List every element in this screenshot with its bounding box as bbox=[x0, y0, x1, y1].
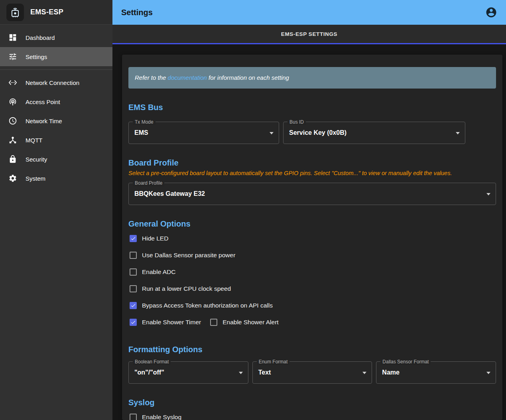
sidebar-item-settings[interactable]: Settings bbox=[0, 47, 112, 66]
app-logo bbox=[6, 4, 24, 21]
sidebar-item-network-connection[interactable]: Network Connection bbox=[0, 73, 112, 92]
sidebar-item-dashboard[interactable]: Dashboard bbox=[0, 28, 112, 47]
checkbox-row-enable-adc[interactable]: Enable ADC bbox=[128, 264, 496, 280]
dropdown-arrow-icon bbox=[456, 132, 460, 134]
boolean-format-label: Boolean Format bbox=[133, 359, 171, 365]
checkbox-shower-alert[interactable] bbox=[210, 319, 217, 326]
tab-bar: EMS-ESP SETTINGS bbox=[112, 25, 506, 44]
info-banner: Refer to the documentation for informati… bbox=[128, 67, 496, 89]
sidebar-header: EMS-ESP bbox=[0, 0, 112, 25]
sidebar-item-network-time[interactable]: Network Time bbox=[0, 111, 112, 130]
sidebar-item-label: Network Connection bbox=[26, 79, 79, 86]
sidebar-item-access-point[interactable]: Access Point bbox=[0, 92, 112, 111]
sidebar-item-label: Network Time bbox=[26, 118, 62, 124]
sidebar-item-security[interactable]: Security bbox=[0, 150, 112, 169]
checkbox-enable-syslog[interactable] bbox=[130, 414, 137, 420]
ems-bus-row: Tx Mode EMS Bus ID Service Key (0x0B) bbox=[128, 122, 496, 144]
checkbox-row-shower-alert[interactable]: Enable Shower Alert bbox=[209, 314, 278, 331]
tx-mode-label: Tx Mode bbox=[133, 119, 156, 125]
dallas-sensor-format-select[interactable]: Dallas Sensor Format Name bbox=[376, 361, 496, 384]
check-icon bbox=[130, 235, 136, 242]
checkbox-row-hide-led[interactable]: Hide LED bbox=[128, 230, 496, 247]
checkbox-row-dallas-parasite[interactable]: Use Dallas Sensor parasite power bbox=[128, 247, 496, 264]
formatting-options-row: Boolean Format "on"/"off" Enum Format Te… bbox=[128, 361, 496, 384]
general-options-checkboxes: Hide LED Use Dallas Sensor parasite powe… bbox=[128, 230, 496, 331]
app-title: EMS-ESP bbox=[30, 8, 63, 16]
page-title: Settings bbox=[121, 8, 485, 17]
checkbox-enable-adc[interactable] bbox=[130, 268, 137, 276]
documentation-link[interactable]: documentation bbox=[168, 74, 207, 81]
sidebar-item-label: System bbox=[26, 175, 45, 182]
enum-format-value: Text bbox=[253, 362, 372, 383]
checkbox-label: Use Dallas Sensor parasite power bbox=[142, 252, 235, 259]
sidebar-item-label: Dashboard bbox=[26, 34, 55, 41]
account-button[interactable] bbox=[485, 6, 497, 18]
board-profile-note: Select a pre-configured board layout to … bbox=[128, 170, 496, 176]
app-root: EMS-ESP Dashboard Settings Networ bbox=[0, 0, 506, 420]
check-icon bbox=[130, 302, 136, 309]
app-bar: Settings bbox=[112, 0, 506, 25]
section-title-formatting-options: Formatting Options bbox=[128, 345, 496, 354]
sidebar-divider bbox=[0, 69, 112, 70]
checkbox-label: Hide LED bbox=[142, 235, 168, 242]
account-circle-icon bbox=[485, 6, 497, 18]
checkbox-label: Enable Syslog bbox=[142, 414, 181, 420]
checkbox-row-lower-cpu-speed[interactable]: Run at a lower CPU clock speed bbox=[128, 280, 496, 297]
sidebar-item-mqtt[interactable]: MQTT bbox=[0, 130, 112, 150]
bus-id-value: Service Key (0x0B) bbox=[284, 122, 465, 144]
dropdown-arrow-icon bbox=[362, 372, 366, 374]
checkbox-bypass-token[interactable] bbox=[130, 302, 137, 309]
checkbox-dallas-parasite[interactable] bbox=[130, 252, 137, 259]
dallas-sensor-format-value: Name bbox=[376, 362, 496, 383]
tx-mode-select[interactable]: Tx Mode EMS bbox=[128, 122, 279, 144]
tab-ems-esp-settings[interactable]: EMS-ESP SETTINGS bbox=[112, 25, 506, 43]
checkbox-label: Enable Shower Alert bbox=[222, 319, 278, 326]
enum-format-select[interactable]: Enum Format Text bbox=[252, 361, 372, 384]
checkbox-row-bypass-token[interactable]: Bypass Access Token authorization on API… bbox=[128, 297, 496, 314]
checkbox-label: Bypass Access Token authorization on API… bbox=[142, 302, 273, 309]
checkbox-label: Run at a lower CPU clock speed bbox=[142, 285, 231, 292]
section-title-syslog: Syslog bbox=[128, 398, 496, 407]
banner-text-prefix: Refer to the bbox=[135, 74, 168, 81]
checkbox-label: Enable Shower Timer bbox=[142, 319, 201, 326]
sidebar: EMS-ESP Dashboard Settings Networ bbox=[0, 0, 112, 420]
checkbox-hide-led[interactable] bbox=[130, 235, 137, 242]
content-area: Refer to the documentation for informati… bbox=[112, 44, 506, 420]
dropdown-arrow-icon bbox=[270, 132, 274, 134]
board-profile-value: BBQKees Gateway E32 bbox=[129, 183, 496, 205]
checkbox-row-enable-syslog[interactable]: Enable Syslog bbox=[128, 409, 496, 420]
tune-icon bbox=[8, 52, 18, 61]
boolean-format-value: "on"/"off" bbox=[129, 362, 248, 383]
ethernet-icon bbox=[8, 78, 18, 87]
dallas-sensor-format-label: Dallas Sensor Format bbox=[380, 359, 431, 365]
check-icon bbox=[130, 319, 136, 325]
main-area: Settings EMS-ESP SETTINGS Refer to the d… bbox=[112, 0, 506, 420]
sidebar-item-system[interactable]: System bbox=[0, 169, 112, 188]
banner-text-suffix: for information on each setting bbox=[207, 74, 289, 81]
gear-icon bbox=[8, 174, 18, 183]
bus-id-label: Bus ID bbox=[287, 119, 306, 125]
checkbox-lower-cpu-speed[interactable] bbox=[130, 285, 137, 292]
checkbox-shower-timer[interactable] bbox=[130, 319, 137, 326]
dropdown-arrow-icon bbox=[239, 372, 243, 374]
sidebar-menu: Dashboard Settings Network Connection bbox=[0, 25, 112, 188]
dropdown-arrow-icon bbox=[486, 193, 490, 195]
checkbox-label: Enable ADC bbox=[142, 268, 175, 276]
boolean-format-select[interactable]: Boolean Format "on"/"off" bbox=[128, 361, 248, 384]
enum-format-label: Enum Format bbox=[257, 359, 290, 365]
dropdown-arrow-icon bbox=[486, 372, 490, 374]
sidebar-item-label: MQTT bbox=[26, 137, 43, 144]
access-point-icon bbox=[8, 97, 18, 106]
board-profile-select[interactable]: Board Profile BBQKees Gateway E32 bbox=[128, 183, 496, 205]
lock-icon bbox=[8, 154, 18, 164]
checkbox-row-shower-timer[interactable]: Enable Shower Timer bbox=[128, 314, 201, 331]
device-hub-icon bbox=[8, 135, 18, 145]
sidebar-item-label: Settings bbox=[26, 53, 47, 60]
shower-options-row: Enable Shower Timer Enable Shower Alert bbox=[128, 314, 496, 331]
bus-id-select[interactable]: Bus ID Service Key (0x0B) bbox=[283, 122, 465, 144]
settings-card: Refer to the documentation for informati… bbox=[122, 55, 502, 420]
sidebar-item-label: Security bbox=[26, 156, 47, 163]
sidebar-item-label: Access Point bbox=[26, 99, 60, 105]
section-title-general-options: General Options bbox=[128, 219, 496, 229]
clock-icon bbox=[8, 116, 18, 126]
